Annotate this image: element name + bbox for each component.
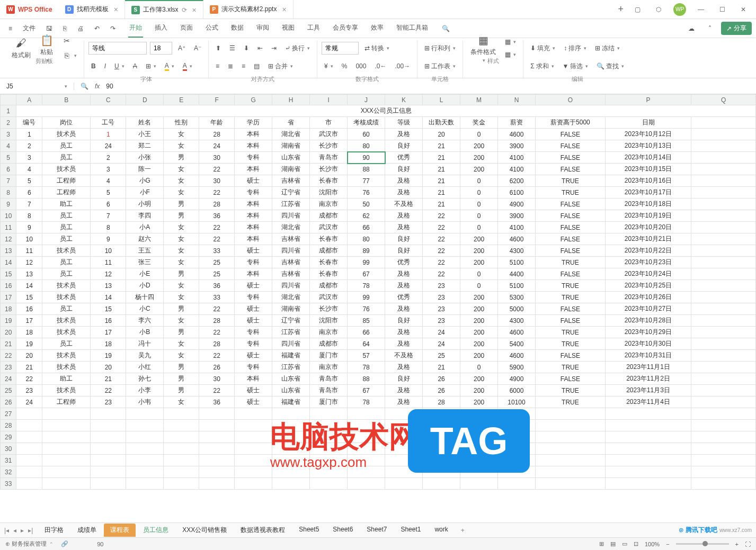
- cell[interactable]: 22: [199, 327, 235, 338]
- cell[interactable]: 13: [91, 280, 126, 292]
- cell[interactable]: TRUE: [536, 327, 606, 338]
- cell[interactable]: [272, 455, 310, 466]
- cell[interactable]: [460, 420, 498, 431]
- cell[interactable]: 2023年10月22日: [605, 245, 691, 257]
- cell[interactable]: 湖北省: [272, 129, 310, 140]
- cell[interactable]: 冯十: [126, 338, 164, 350]
- cell[interactable]: 4900: [498, 199, 536, 210]
- cell[interactable]: 江苏省: [272, 327, 310, 338]
- cell[interactable]: 2023年10月16日: [605, 175, 691, 187]
- cell[interactable]: [691, 257, 756, 268]
- cell[interactable]: 小D: [126, 280, 164, 292]
- cell[interactable]: 24: [91, 140, 126, 152]
- cell[interactable]: 男: [164, 199, 199, 210]
- cell[interactable]: [164, 431, 199, 443]
- cell[interactable]: 76: [348, 187, 385, 199]
- cell[interactable]: 优秀: [385, 152, 423, 164]
- cell[interactable]: 77: [348, 175, 385, 187]
- print-icon[interactable]: 🖨: [73, 22, 88, 35]
- cell[interactable]: 女: [164, 222, 199, 233]
- cell[interactable]: 16: [16, 303, 42, 315]
- cell[interactable]: [310, 455, 348, 466]
- cell[interactable]: 良好: [385, 245, 423, 257]
- cell[interactable]: [385, 443, 423, 455]
- cell[interactable]: 本科: [235, 210, 272, 222]
- cell[interactable]: 四川省: [272, 245, 310, 257]
- cell[interactable]: 99: [348, 292, 385, 303]
- col-header[interactable]: Q: [691, 95, 756, 105]
- cell[interactable]: 福建省: [272, 396, 310, 408]
- cell[interactable]: 3900: [498, 210, 536, 222]
- cell[interactable]: 长春市: [310, 233, 348, 245]
- cell[interactable]: 厦门市: [310, 350, 348, 362]
- cell[interactable]: 2023年10月28日: [605, 315, 691, 327]
- cell[interactable]: 长春市: [310, 175, 348, 187]
- cell[interactable]: 2023年10月27日: [605, 303, 691, 315]
- cell[interactable]: 0: [460, 175, 498, 187]
- row-header[interactable]: 11: [1, 222, 16, 233]
- col-header[interactable]: N: [498, 95, 536, 105]
- cell[interactable]: 2023年10月17日: [605, 187, 691, 199]
- cell[interactable]: 0: [460, 129, 498, 140]
- cell[interactable]: 3: [16, 152, 42, 164]
- cell[interactable]: 14: [91, 292, 126, 303]
- cell[interactable]: [91, 455, 126, 466]
- cell[interactable]: 小张: [126, 152, 164, 164]
- select-all-corner[interactable]: [1, 95, 16, 105]
- cell[interactable]: [91, 431, 126, 443]
- cell[interactable]: TRUE: [536, 396, 606, 408]
- col-header[interactable]: K: [385, 95, 423, 105]
- percent-button[interactable]: %: [339, 61, 350, 71]
- align-center-button[interactable]: ≣: [225, 61, 236, 71]
- cell[interactable]: 6000: [498, 385, 536, 396]
- cell[interactable]: 5400: [498, 338, 536, 350]
- cell[interactable]: TRUE: [536, 257, 606, 268]
- user-avatar[interactable]: WP: [673, 3, 686, 16]
- row-header[interactable]: 8: [1, 187, 16, 199]
- cell[interactable]: [16, 408, 42, 420]
- collapse-icon[interactable]: ˄: [704, 22, 716, 35]
- sheet-tab[interactable]: 员工信息: [137, 524, 175, 537]
- cell[interactable]: [423, 431, 460, 443]
- cell[interactable]: [536, 443, 606, 455]
- cell[interactable]: 22: [199, 187, 235, 199]
- ribbon-tab[interactable]: 插入: [154, 19, 168, 38]
- col-header[interactable]: B: [42, 95, 91, 105]
- cell[interactable]: 2023年10月30日: [605, 338, 691, 350]
- cell[interactable]: 女: [164, 164, 199, 175]
- close-icon[interactable]: ×: [114, 5, 118, 14]
- cell[interactable]: [126, 443, 164, 455]
- header-cell[interactable]: 考核成绩: [348, 117, 385, 129]
- cell[interactable]: 技术员: [42, 315, 91, 327]
- row-header[interactable]: 31: [1, 455, 16, 466]
- cell[interactable]: 男: [164, 210, 199, 222]
- cell[interactable]: 18: [16, 327, 42, 338]
- cell[interactable]: 28: [199, 338, 235, 350]
- row-header[interactable]: 12: [1, 233, 16, 245]
- cell[interactable]: [423, 466, 460, 478]
- cell[interactable]: [691, 140, 756, 152]
- cell[interactable]: [126, 478, 164, 490]
- row-header[interactable]: 13: [1, 245, 16, 257]
- cell[interactable]: 36: [199, 396, 235, 408]
- font-color-button[interactable]: A▾: [180, 60, 195, 73]
- cell[interactable]: 19: [16, 338, 42, 350]
- cell[interactable]: 4: [16, 164, 42, 175]
- cell[interactable]: 85: [348, 315, 385, 327]
- header-cell[interactable]: 工号: [91, 117, 126, 129]
- zoom-in-button[interactable]: +: [735, 541, 739, 547]
- cell[interactable]: 4300: [498, 245, 536, 257]
- cell[interactable]: 武汉市: [310, 222, 348, 233]
- cell[interactable]: 22: [199, 164, 235, 175]
- cell[interactable]: TRUE: [536, 175, 606, 187]
- cell[interactable]: [310, 443, 348, 455]
- cell[interactable]: [235, 431, 272, 443]
- cell[interactable]: 湖北省: [272, 222, 310, 233]
- cell[interactable]: FALSE: [536, 350, 606, 362]
- cell[interactable]: 本科: [235, 199, 272, 210]
- cell[interactable]: [91, 443, 126, 455]
- cell[interactable]: 硕士: [235, 385, 272, 396]
- cell[interactable]: [42, 420, 91, 431]
- cell[interactable]: [272, 466, 310, 478]
- cell[interactable]: 6: [16, 187, 42, 199]
